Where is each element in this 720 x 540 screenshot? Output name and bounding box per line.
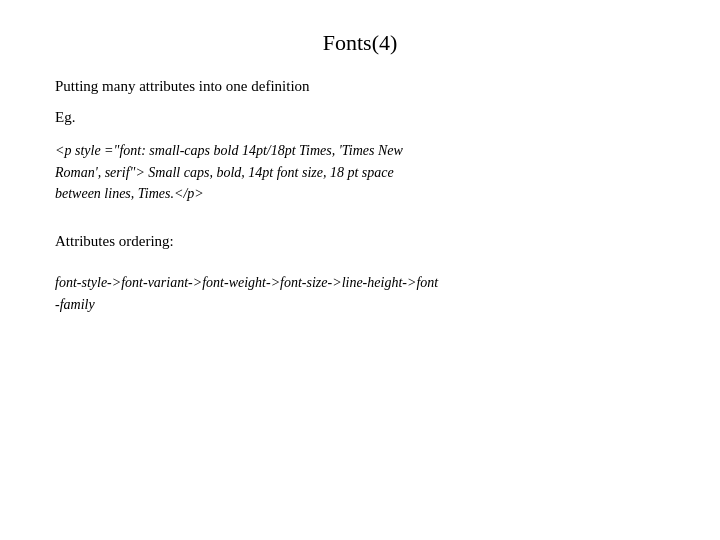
- ordering-block: font-style->font-variant->font-weight->f…: [55, 272, 665, 315]
- eg-label: Eg.: [55, 109, 665, 126]
- attributes-label: Attributes ordering:: [55, 233, 665, 250]
- code-block: <p style ="font: small-caps bold 14pt/18…: [55, 140, 665, 205]
- page-title: Fonts(4): [55, 30, 665, 56]
- subtitle: Putting many attributes into one definit…: [55, 78, 665, 95]
- page-container: Fonts(4) Putting many attributes into on…: [0, 0, 720, 540]
